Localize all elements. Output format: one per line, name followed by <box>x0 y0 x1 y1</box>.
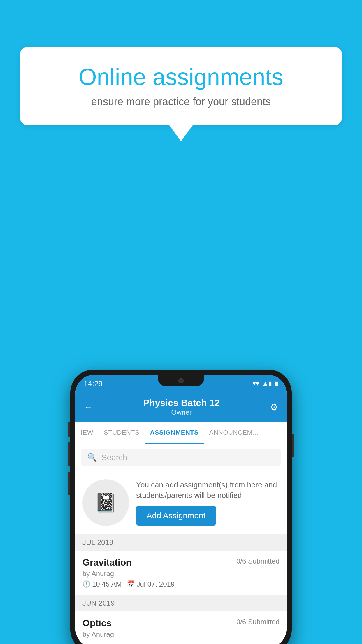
assignment-top-row-optics: Optics 0/6 Submitted <box>82 618 280 629</box>
meta-time-gravitation: 🕐 10:45 AM <box>82 580 122 588</box>
phone-side-button-right <box>292 434 294 457</box>
speech-bubble-title: Online assignments <box>40 64 322 90</box>
tab-iew[interactable]: IEW <box>75 422 99 444</box>
status-time: 14:29 <box>84 379 103 388</box>
search-container: 🔍 Search <box>75 444 287 471</box>
notebook-icon: 📓 <box>94 492 117 514</box>
assignment-title-optics: Optics <box>82 618 112 629</box>
assignment-icon-circle: 📓 <box>82 479 129 526</box>
speech-bubble-container: Online assignments ensure more practice … <box>20 47 342 141</box>
tab-students[interactable]: STUDENTS <box>99 422 145 444</box>
promo-description: You can add assignment(s) from here and … <box>136 480 280 501</box>
camera-dot <box>178 378 184 383</box>
status-icons: ▾▾ ▲▮ ▮ <box>253 380 278 387</box>
section-label-jun: JUN 2019 <box>82 599 115 607</box>
speech-bubble-subtitle: ensure more practice for your students <box>40 96 322 108</box>
time-value-gravitation: 10:45 AM <box>92 580 122 588</box>
notch <box>158 375 204 386</box>
speech-bubble: Online assignments ensure more practice … <box>20 47 342 125</box>
app-header: ← Physics Batch 12 Owner ⚙ <box>75 392 287 422</box>
search-icon: 🔍 <box>87 453 97 462</box>
owner-label: Owner <box>93 408 270 416</box>
batch-name: Physics Batch 12 <box>93 398 270 408</box>
date-value-gravitation: Jul 07, 2019 <box>136 580 175 588</box>
status-bar: 14:29 ▾▾ ▲▮ ▮ <box>75 375 287 392</box>
battery-icon: ▮ <box>275 380 278 387</box>
section-header-jul: JUL 2019 <box>75 534 287 551</box>
assignment-author-gravitation: by Anurag <box>82 570 280 578</box>
add-assignment-button[interactable]: Add Assignment <box>136 506 216 526</box>
calendar-icon: 📅 <box>127 580 135 588</box>
tab-announcements[interactable]: ANNOUNCEM… <box>204 422 264 444</box>
meta-date-gravitation: 📅 Jul 07, 2019 <box>127 580 175 588</box>
phone-side-button-left2 <box>68 442 70 466</box>
speech-bubble-arrow <box>169 125 193 141</box>
settings-icon[interactable]: ⚙ <box>270 402 278 413</box>
promo-text-section: You can add assignment(s) from here and … <box>136 480 280 526</box>
assignment-title-gravitation: Gravitation <box>82 557 132 568</box>
phone-outer: 14:29 ▾▾ ▲▮ ▮ ← Physics Batch 12 Owner ⚙… <box>70 370 292 644</box>
section-label-jul: JUL 2019 <box>82 538 113 546</box>
phone-side-button-left1 <box>68 422 70 437</box>
header-title-section: Physics Batch 12 Owner <box>93 398 270 416</box>
tab-assignments[interactable]: ASSIGNMENTS <box>145 422 204 444</box>
phone-side-button-left3 <box>68 472 70 495</box>
wifi-icon: ▾▾ <box>253 380 259 387</box>
section-header-jun: JUN 2019 <box>75 595 287 611</box>
assignment-item-gravitation[interactable]: Gravitation 0/6 Submitted by Anurag 🕐 10… <box>75 551 287 595</box>
assignment-submitted-gravitation: 0/6 Submitted <box>236 557 280 565</box>
clock-icon: 🕐 <box>82 580 90 588</box>
search-placeholder-text: Search <box>101 453 127 462</box>
assignment-author-optics: by Anurag <box>82 630 280 638</box>
assignment-top-row: Gravitation 0/6 Submitted <box>82 557 280 568</box>
add-assignment-promo: 📓 You can add assignment(s) from here an… <box>75 471 287 534</box>
tabs-container: IEW STUDENTS ASSIGNMENTS ANNOUNCEM… <box>75 422 287 444</box>
back-button[interactable]: ← <box>84 402 93 412</box>
assignment-submitted-optics: 0/6 Submitted <box>236 618 280 626</box>
phone-screen: 14:29 ▾▾ ▲▮ ▮ ← Physics Batch 12 Owner ⚙… <box>75 375 287 644</box>
phone-container: 14:29 ▾▾ ▲▮ ▮ ← Physics Batch 12 Owner ⚙… <box>70 370 292 644</box>
signal-icon: ▲▮ <box>262 380 272 387</box>
assignment-meta-gravitation: 🕐 10:45 AM 📅 Jul 07, 2019 <box>82 580 280 588</box>
assignment-item-optics[interactable]: Optics 0/6 Submitted by Anurag <box>75 611 287 644</box>
search-input-wrapper[interactable]: 🔍 Search <box>81 449 281 466</box>
